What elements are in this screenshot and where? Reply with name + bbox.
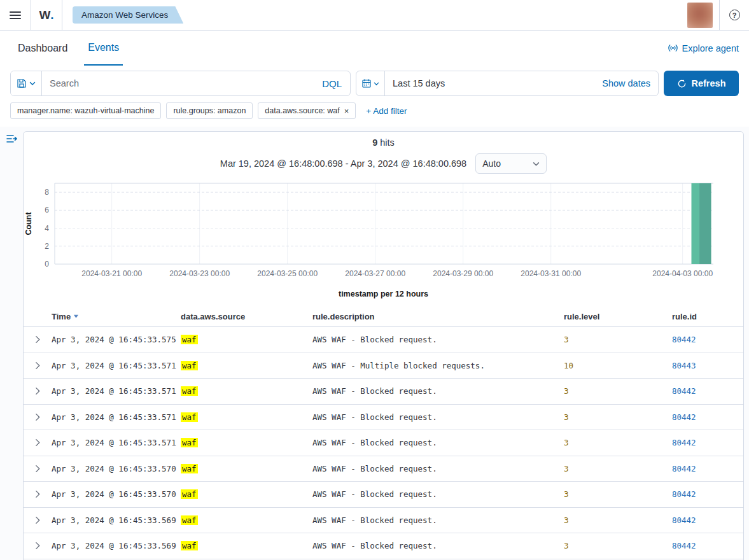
date-range-label[interactable]: Last 15 days	[385, 78, 445, 88]
top-header: W. Amazon Web Services ?	[0, 0, 749, 31]
search-box: DQL	[10, 71, 351, 96]
chevron-right-icon	[34, 542, 41, 550]
remove-filter-icon[interactable]: ×	[344, 107, 349, 115]
table-row: Apr 3, 2024 @ 16:45:33.570wafAWS WAF - B…	[24, 482, 743, 508]
tab-bar: Dashboard Events Explore agent	[0, 31, 749, 66]
cell-level: 3	[564, 438, 672, 447]
filter-pill[interactable]: manager.name: wazuh-virtual-machine	[10, 102, 161, 119]
expand-row-button[interactable]	[24, 465, 52, 473]
results-panel: 9 hits Mar 19, 2024 @ 16:48:00.698 - Apr…	[23, 131, 744, 560]
tab-events[interactable]: Events	[84, 31, 123, 66]
module-breadcrumb-badge[interactable]: Amazon Web Services	[73, 6, 183, 24]
cell-source: waf	[181, 489, 312, 499]
table-header: Time data.aws.source rule.description ru…	[24, 306, 743, 327]
expand-row-button[interactable]	[24, 542, 52, 550]
cell-rule-id-link[interactable]: 80442	[672, 464, 743, 473]
filter-pill[interactable]: rule.groups: amazon	[166, 102, 253, 119]
help-icon: ?	[729, 10, 740, 20]
table-row: Apr 3, 2024 @ 16:45:33.571wafAWS WAF - B…	[24, 430, 743, 456]
table-row: Apr 3, 2024 @ 16:45:33.571wafAWS WAF - B…	[24, 405, 743, 431]
cell-level: 3	[564, 386, 672, 396]
expand-row-button[interactable]	[24, 438, 52, 447]
user-avatar[interactable]	[687, 3, 713, 28]
column-description[interactable]: rule.description	[312, 312, 564, 321]
cell-source: waf	[181, 541, 312, 550]
cell-description: AWS WAF - Blocked request.	[312, 438, 564, 447]
cell-rule-id-link[interactable]: 80442	[672, 515, 743, 525]
cell-source: waf	[181, 361, 312, 370]
expand-row-button[interactable]	[24, 413, 52, 421]
cell-time: Apr 3, 2024 @ 16:45:33.571	[52, 361, 181, 370]
hamburger-icon	[10, 10, 21, 21]
time-range-text: Mar 19, 2024 @ 16:48:00.698 - Apr 3, 202…	[220, 158, 466, 169]
cell-rule-id-link[interactable]: 80442	[672, 412, 743, 422]
divider	[62, 0, 62, 30]
chevron-right-icon	[34, 438, 41, 447]
column-id[interactable]: rule.id	[672, 312, 743, 321]
cell-time: Apr 3, 2024 @ 16:45:33.571	[52, 438, 181, 447]
hits-count: 9 hits	[24, 132, 743, 148]
svg-text:2024-03-25 00:00: 2024-03-25 00:00	[257, 269, 318, 278]
chevron-down-icon	[29, 80, 36, 87]
expand-row-button[interactable]	[24, 361, 52, 370]
cell-level: 3	[564, 515, 672, 525]
tab-dashboard[interactable]: Dashboard	[14, 31, 71, 66]
filter-pill-label: rule.groups: amazon	[173, 106, 246, 115]
events-content: 9 hits Mar 19, 2024 @ 16:48:00.698 - Apr…	[0, 127, 749, 560]
menu-button[interactable]	[0, 0, 31, 30]
wazuh-logo[interactable]: W.	[31, 0, 62, 30]
chevron-right-icon	[34, 516, 41, 524]
dql-toggle[interactable]: DQL	[314, 78, 350, 89]
explore-agent-link[interactable]: Explore agent	[668, 31, 739, 66]
add-filter-link[interactable]: + Add filter	[366, 106, 407, 116]
cell-rule-id-link[interactable]: 80442	[672, 489, 743, 499]
cell-rule-id-link[interactable]: 80442	[672, 438, 743, 447]
cell-rule-id-link[interactable]: 80442	[672, 386, 743, 396]
interval-select[interactable]: Auto	[475, 153, 547, 174]
cell-time: Apr 3, 2024 @ 16:45:33.569	[52, 541, 181, 550]
svg-text:Count: Count	[24, 212, 33, 235]
cell-level: 3	[564, 541, 672, 550]
cell-level: 3	[564, 464, 672, 473]
chevron-right-icon	[34, 413, 41, 421]
histogram-chart[interactable]: 2024-03-21 00:002024-03-23 00:002024-03-…	[24, 175, 743, 288]
svg-text:4: 4	[45, 224, 49, 233]
interval-value: Auto	[482, 158, 501, 169]
logo-text: W	[39, 8, 50, 22]
cell-level: 3	[564, 335, 672, 344]
column-source[interactable]: data.aws.source	[181, 312, 312, 321]
cell-level: 3	[564, 412, 672, 422]
chevron-right-icon	[34, 361, 41, 370]
refresh-button[interactable]: Refresh	[664, 71, 739, 96]
cell-time: Apr 3, 2024 @ 16:45:33.570	[52, 464, 181, 473]
saved-queries-button[interactable]	[11, 71, 42, 95]
show-dates-link[interactable]: Show dates	[602, 78, 658, 88]
cell-description: AWS WAF - Blocked request.	[312, 464, 564, 473]
cell-rule-id-link[interactable]: 80442	[672, 335, 743, 344]
date-quick-select-button[interactable]	[356, 71, 385, 95]
cell-time: Apr 3, 2024 @ 16:45:33.571	[52, 412, 181, 422]
cell-source: waf	[181, 464, 312, 473]
avatar-image	[687, 3, 713, 28]
cell-rule-id-link[interactable]: 80442	[672, 541, 743, 550]
table-row: Apr 3, 2024 @ 16:45:33.575wafAWS WAF - B…	[24, 327, 743, 353]
column-time[interactable]: Time	[52, 312, 181, 321]
expand-row-button[interactable]	[24, 516, 52, 524]
filter-pill[interactable]: data.aws.source: waf×	[258, 102, 356, 119]
hits-label: hits	[380, 137, 395, 148]
expand-row-button[interactable]	[24, 387, 52, 395]
svg-text:2024-03-21 00:00: 2024-03-21 00:00	[81, 269, 142, 278]
cell-time: Apr 3, 2024 @ 16:45:33.571	[52, 386, 181, 396]
time-range-row: Mar 19, 2024 @ 16:48:00.698 - Apr 3, 202…	[24, 153, 743, 174]
svg-text:0: 0	[45, 260, 49, 269]
cell-description: AWS WAF - Blocked request.	[312, 489, 564, 499]
cell-rule-id-link[interactable]: 80443	[672, 361, 743, 370]
search-input[interactable]	[42, 78, 314, 88]
expand-row-button[interactable]	[24, 335, 52, 344]
expand-row-button[interactable]	[24, 490, 52, 498]
column-level[interactable]: rule.level	[564, 312, 672, 321]
menu-right-icon	[6, 134, 18, 144]
cell-level: 10	[564, 361, 672, 370]
open-field-list-button[interactable]	[6, 134, 18, 146]
help-button[interactable]: ?	[720, 0, 749, 30]
